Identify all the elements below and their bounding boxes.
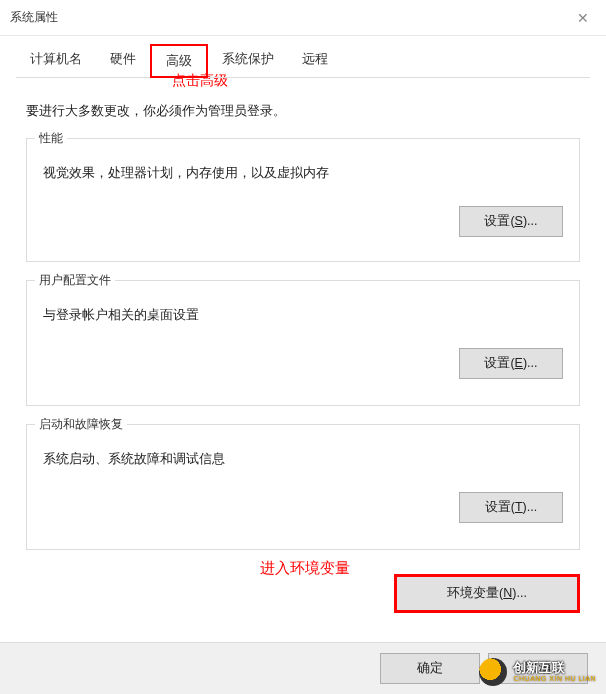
groupbox-performance-title: 性能 (35, 130, 67, 147)
tab-underline (16, 77, 590, 78)
performance-settings-button[interactable]: 设置(S)... (459, 206, 563, 237)
tab-hardware[interactable]: 硬件 (96, 44, 150, 78)
groupbox-userprofile: 用户配置文件 与登录帐户相关的桌面设置 设置(E)... (26, 280, 580, 406)
button-label: 环境变量(N)... (447, 586, 527, 600)
button-label: 设置(S)... (484, 214, 537, 228)
button-label: 设置(T)... (485, 500, 537, 514)
startup-settings-button[interactable]: 设置(T)... (459, 492, 563, 523)
environment-variables-button[interactable]: 环境变量(N)... (394, 574, 580, 613)
tab-remote[interactable]: 远程 (288, 44, 342, 78)
groupbox-performance: 性能 视觉效果，处理器计划，内存使用，以及虚拟内存 设置(S)... (26, 138, 580, 262)
titlebar: 系统属性 ✕ (0, 0, 606, 36)
watermark-text: 创新互联 CHUANG XIN HU LIAN (513, 661, 596, 683)
groupbox-performance-desc: 视觉效果，处理器计划，内存使用，以及虚拟内存 (43, 165, 563, 182)
watermark-logo-icon: C (479, 658, 507, 686)
content-area: 要进行大多数更改，你必须作为管理员登录。 性能 视觉效果，处理器计划，内存使用，… (0, 78, 606, 550)
watermark-cn: 创新互联 (513, 661, 596, 675)
groupbox-startup-title: 启动和故障恢复 (35, 416, 127, 433)
close-icon: ✕ (577, 10, 589, 26)
button-label: 设置(E)... (484, 356, 537, 370)
groupbox-startup-desc: 系统启动、系统故障和调试信息 (43, 451, 563, 468)
groupbox-userprofile-desc: 与登录帐户相关的桌面设置 (43, 307, 563, 324)
ok-button[interactable]: 确定 (380, 653, 480, 684)
groupbox-startup: 启动和故障恢复 系统启动、系统故障和调试信息 设置(T)... (26, 424, 580, 550)
tab-computer-name[interactable]: 计算机名 (16, 44, 96, 78)
watermark: C 创新互联 CHUANG XIN HU LIAN (479, 658, 596, 686)
close-button[interactable]: ✕ (560, 0, 606, 36)
window-title: 系统属性 (10, 9, 58, 26)
watermark-en: CHUANG XIN HU LIAN (513, 675, 596, 683)
groupbox-userprofile-title: 用户配置文件 (35, 272, 115, 289)
intro-text: 要进行大多数更改，你必须作为管理员登录。 (26, 102, 580, 120)
annotation-enter-envvar: 进入环境变量 (260, 559, 350, 578)
tab-advanced[interactable]: 高级 (150, 44, 208, 78)
tabstrip: 计算机名 硬件 高级 系统保护 远程 (0, 36, 606, 78)
userprofile-settings-button[interactable]: 设置(E)... (459, 348, 563, 379)
